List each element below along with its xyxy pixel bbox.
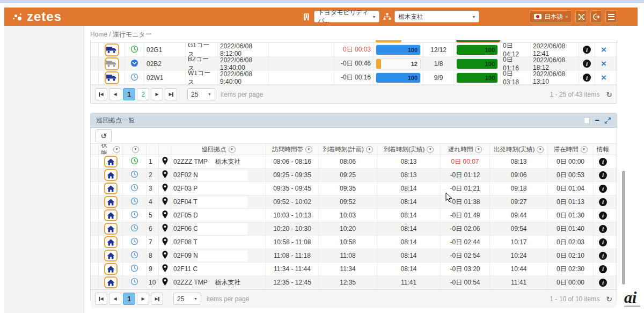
pager-first-button[interactable]: ◀ <box>95 293 107 305</box>
pager-page-button[interactable]: 2 <box>137 88 149 100</box>
filter-icon[interactable]: ▼ <box>132 146 139 153</box>
home-icon[interactable] <box>104 236 118 248</box>
pin-cell <box>159 263 171 275</box>
minimize-icon[interactable]: − <box>595 118 599 123</box>
filter-icon[interactable]: ▼ <box>113 146 120 153</box>
column-header[interactable]: 到着時刻(実績)▼ <box>377 144 441 155</box>
info-icon[interactable]: i <box>599 279 607 287</box>
column-header[interactable] <box>147 144 159 155</box>
column-header[interactable]: 状態▼ <box>99 144 123 155</box>
location-pin-icon <box>162 197 168 207</box>
column-header[interactable]: 出発時刻(実績)▼ <box>490 144 548 155</box>
filter-icon[interactable]: ▼ <box>366 146 373 153</box>
fullscreen-button[interactable] <box>575 10 587 23</box>
info-icon[interactable]: i <box>599 225 607 233</box>
pager-last-button[interactable]: ▶ <box>151 293 163 305</box>
pager-first-button[interactable]: ◀ <box>95 88 107 100</box>
breadcrumb-home[interactable]: Home <box>90 31 107 38</box>
home-icon[interactable] <box>104 183 118 194</box>
info-icon[interactable]: i <box>599 158 607 166</box>
refresh-icon[interactable]: ↻ <box>606 90 612 99</box>
patrol-row: 902F11 C11:34 - 11:4411:3408:14-0日 03:20… <box>91 263 617 276</box>
logout-button[interactable] <box>590 10 602 23</box>
patrol-number-cell: 2 <box>147 169 159 181</box>
column-header[interactable]: 到着時刻(計画)▼ <box>319 144 377 155</box>
info-icon[interactable]: i <box>583 46 591 54</box>
status-clock-icon <box>130 45 138 55</box>
column-header[interactable]: 滞在時間▼ <box>548 144 594 155</box>
filter-icon[interactable]: ▼ <box>537 146 544 153</box>
close-icon[interactable]: × <box>601 45 606 54</box>
info-icon[interactable]: i <box>599 252 607 260</box>
page-size-select[interactable]: 25▼ <box>187 88 215 100</box>
company-select[interactable]: トヨタモビリティパ... ▼ <box>314 11 379 23</box>
column-header[interactable] <box>159 144 171 155</box>
truck-icon[interactable] <box>105 71 119 84</box>
home-icon[interactable] <box>104 169 118 181</box>
vehicle-row: 02W1W1コース2022/06/08 9:40:00-0日 00:16 100… <box>91 71 617 85</box>
home-icon[interactable] <box>104 276 118 288</box>
patrol-row: 602F06 C10:20 - 10:3010:2008:14-0日 02:06… <box>91 222 617 236</box>
pager-page-button[interactable]: 1 <box>123 88 135 100</box>
home-icon[interactable] <box>104 196 118 208</box>
pager-next-button[interactable]: ▶ <box>151 88 163 100</box>
page-size-select[interactable]: 25▼ <box>173 293 201 305</box>
close-icon[interactable]: × <box>601 73 606 82</box>
pager-next-button[interactable]: ▶ <box>137 293 149 305</box>
column-header[interactable]: 遅れ時間▼ <box>441 144 490 155</box>
info-icon[interactable]: i <box>599 238 607 246</box>
home-icon[interactable] <box>104 209 118 221</box>
home-icon[interactable] <box>104 250 118 261</box>
pager-last-button[interactable]: ▶ <box>165 88 177 100</box>
left-sidebar <box>4 26 84 313</box>
reset-button[interactable]: ↺ <box>96 129 112 142</box>
progress-bar <box>376 40 401 42</box>
page-scrollbar[interactable] <box>622 171 625 285</box>
arrival-actual-cell: 08:14 <box>377 263 441 275</box>
column-header[interactable]: 情報 <box>594 144 612 155</box>
delay-cell: -0日 03:20 <box>441 263 490 275</box>
close-icon[interactable]: × <box>601 59 606 68</box>
column-header[interactable]: ▼ <box>123 144 147 155</box>
home-icon[interactable] <box>104 223 118 235</box>
info-icon[interactable]: i <box>583 74 591 82</box>
chevron-down-icon: ▼ <box>372 15 376 19</box>
filter-icon[interactable]: ▼ <box>475 146 482 153</box>
status-clock-icon <box>130 170 138 180</box>
breadcrumb-current: 運行モニター <box>113 31 152 38</box>
language-button[interactable]: 日本語 ˅ <box>530 10 572 23</box>
info-icon[interactable]: i <box>599 265 607 273</box>
truck-icon[interactable] <box>105 57 119 70</box>
vehicle-course-cell: W1コース <box>186 71 218 84</box>
patrol-name-cell: 02F11 C <box>171 263 266 275</box>
column-header[interactable]: 訪問時間帯▼ <box>266 144 319 155</box>
departure-cell: 11:41 <box>490 276 548 289</box>
vehicle-row: 02B2B2コース2022/06/08 13:40:00-0日 00:46 12… <box>91 57 617 71</box>
filter-icon[interactable]: ▼ <box>305 146 312 153</box>
refresh-icon[interactable]: ↻ <box>606 295 612 303</box>
filter-icon[interactable]: ▼ <box>427 146 434 153</box>
vehicle-status-cell <box>125 43 144 56</box>
branch-select[interactable]: 栃木支社 ▼ <box>394 11 479 23</box>
home-icon[interactable] <box>104 263 118 275</box>
info-icon[interactable]: i <box>599 185 607 193</box>
patrol-info-cell: i <box>594 222 612 235</box>
info-icon[interactable]: i <box>599 171 607 179</box>
home-icon[interactable] <box>104 156 118 168</box>
filter-icon[interactable]: ▼ <box>229 146 236 153</box>
pager-prev-button[interactable]: ◀ <box>109 88 121 100</box>
panel-square-icon[interactable] <box>584 117 590 124</box>
truck-icon[interactable] <box>105 43 119 56</box>
column-header[interactable] <box>91 144 99 155</box>
visit-window-cell: 11:34 - 11:44 <box>266 263 319 275</box>
pin-cell <box>159 222 171 235</box>
info-icon[interactable]: i <box>583 60 591 68</box>
pager-prev-button[interactable]: ◀ <box>109 293 121 305</box>
filter-icon[interactable]: ▼ <box>581 146 588 153</box>
info-icon[interactable]: i <box>599 212 607 220</box>
column-header[interactable]: 巡回拠点▼ <box>171 144 266 155</box>
expand-icon[interactable] <box>604 117 611 124</box>
menu-button[interactable] <box>605 10 617 23</box>
pager-page-button[interactable]: 1 <box>123 293 135 305</box>
info-icon[interactable]: i <box>599 198 607 206</box>
